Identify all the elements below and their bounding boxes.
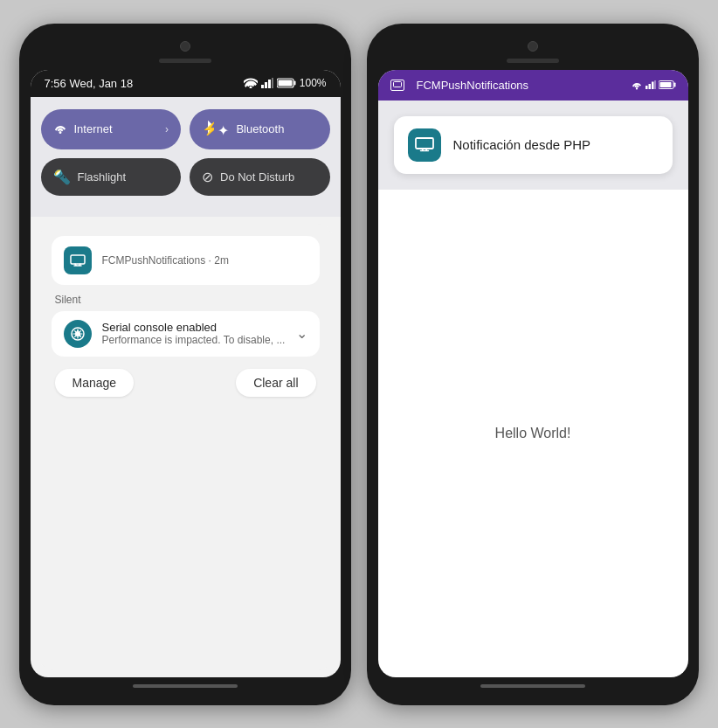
internet-label: Internet xyxy=(74,122,113,135)
svg-rect-6 xyxy=(278,80,292,87)
wifi-tile-icon xyxy=(53,121,67,137)
flashlight-label: Flashlight xyxy=(78,170,127,184)
svg-rect-15 xyxy=(654,80,656,89)
silent-label: Silent xyxy=(55,294,320,306)
signal-icon-right xyxy=(646,80,656,89)
internet-tile[interactable]: Internet › xyxy=(41,109,182,149)
svg-rect-0 xyxy=(261,85,264,88)
qs-row-1: Internet › ⚡ ✦ Bluetoot xyxy=(41,109,330,149)
flashlight-tile-icon: 🔦 xyxy=(53,169,71,185)
svg-rect-18 xyxy=(659,82,671,87)
silent-notif-icon xyxy=(64,320,92,348)
speaker-bar xyxy=(159,59,211,63)
svg-rect-13 xyxy=(648,84,651,89)
app-content: Hello World! xyxy=(378,190,688,677)
hello-world-text: Hello World! xyxy=(495,426,571,441)
signal-icon xyxy=(261,78,273,88)
notification-actions: Manage Clear all xyxy=(52,369,320,397)
bluetooth-tile[interactable]: ⚡ ✦ Bluetooth xyxy=(190,109,330,149)
svg-rect-2 xyxy=(268,80,271,88)
quick-settings: Internet › ⚡ ✦ Bluetoot xyxy=(31,97,341,217)
silent-notif-title: Serial console enabled xyxy=(102,321,286,334)
svg-rect-14 xyxy=(652,82,654,90)
dnd-label: Do Not Disturb xyxy=(220,170,294,184)
silent-notif-text: Serial console enabled Performance is im… xyxy=(102,321,286,346)
status-icons-right xyxy=(631,80,676,90)
home-bar-left xyxy=(133,684,238,688)
battery-icon xyxy=(277,78,296,88)
silent-notification[interactable]: Serial console enabled Performance is im… xyxy=(52,311,320,357)
bluetooth-tile-icon: ⚡ ✦ xyxy=(202,120,229,139)
svg-rect-19 xyxy=(416,138,433,149)
app-bar-right: FCMPushNotifications xyxy=(378,70,688,101)
app-bar-icon xyxy=(390,80,404,91)
wifi-icon xyxy=(244,78,258,88)
svg-text:⚡: ⚡ xyxy=(202,121,214,135)
camera-dot xyxy=(180,41,190,52)
notif-main-icon xyxy=(64,246,92,274)
dnd-tile-icon: ⊘ xyxy=(202,169,213,185)
notif-main-text: FCMPushNotifications · 2m xyxy=(102,254,307,267)
manage-button[interactable]: Manage xyxy=(55,369,135,397)
notification-card-right[interactable]: Notificación desde PHP xyxy=(394,116,673,174)
clear-all-button[interactable]: Clear all xyxy=(236,369,315,397)
right-phone: FCMPushNotifications xyxy=(367,24,699,705)
svg-rect-11 xyxy=(393,82,401,87)
main-notification[interactable]: FCMPushNotifications · 2m xyxy=(52,236,320,285)
expand-icon[interactable]: ⌄ xyxy=(296,325,307,342)
silent-notif-subtitle: Performance is impacted. To disable, ... xyxy=(102,334,286,346)
wifi-icon-right xyxy=(631,80,643,90)
svg-rect-3 xyxy=(272,78,273,88)
camera-dot-right xyxy=(528,41,538,52)
left-phone-screen: 7:56 Wed, Jan 18 xyxy=(31,70,341,677)
notif-app-name: FCMPushNotifications · 2m xyxy=(102,254,307,267)
status-icons: 100% xyxy=(244,77,327,89)
bluetooth-label: Bluetooth xyxy=(236,122,284,135)
home-bar-right xyxy=(480,684,585,688)
battery-icon-right xyxy=(659,80,676,89)
svg-rect-5 xyxy=(293,81,295,86)
right-phone-screen: FCMPushNotifications xyxy=(378,70,688,677)
svg-rect-17 xyxy=(673,83,675,87)
dnd-tile[interactable]: ⊘ Do Not Disturb xyxy=(190,158,330,196)
internet-arrow: › xyxy=(165,123,169,135)
speaker-bar-right xyxy=(507,59,559,63)
svg-rect-12 xyxy=(646,86,648,89)
notification-panel: FCMPushNotifications · 2m Silent xyxy=(39,224,332,670)
svg-rect-1 xyxy=(265,82,267,88)
notif-card-icon xyxy=(408,128,441,162)
status-bar-left: 7:56 Wed, Jan 18 xyxy=(31,70,341,97)
svg-rect-8 xyxy=(71,255,85,264)
app-bar-name: FCMPushNotifications xyxy=(417,79,624,92)
notif-card-text: Notificación desde PHP xyxy=(453,137,591,152)
flashlight-tile[interactable]: 🔦 Flashlight xyxy=(41,158,182,196)
battery-percent: 100% xyxy=(300,77,327,89)
qs-row-2: 🔦 Flashlight ⊘ Do Not Disturb xyxy=(41,158,330,196)
time-display: 7:56 Wed, Jan 18 xyxy=(45,77,134,90)
left-phone: 7:56 Wed, Jan 18 xyxy=(19,24,351,705)
notification-area-right: Notificación desde PHP xyxy=(378,101,688,190)
